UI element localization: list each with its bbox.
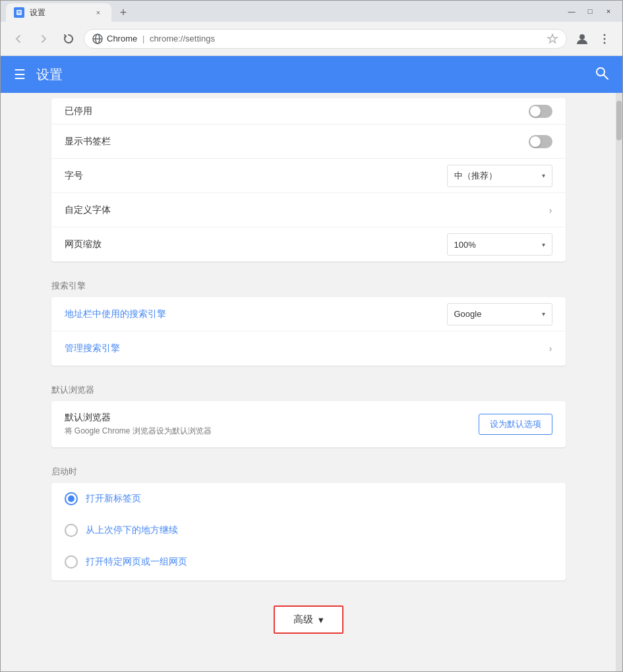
startup-option-3-label: 打开特定网页或一组网页 bbox=[86, 556, 187, 568]
search-engine-card: 地址栏中使用的搜索引擎 Google ▾ 管理搜索引擎 › bbox=[51, 297, 566, 366]
disabled-row: 已停用 bbox=[51, 98, 566, 125]
startup-option-2[interactable]: 从上次停下的地方继续 bbox=[51, 515, 566, 546]
app-header: ☰ 设置 bbox=[1, 56, 622, 93]
dropdown-arrow-icon: ▾ bbox=[542, 241, 545, 248]
zoom-label: 网页缩放 bbox=[65, 238, 447, 250]
toggle-knob bbox=[530, 106, 541, 117]
startup-heading: 启动时 bbox=[51, 453, 566, 483]
address-input[interactable]: Chrome | chrome://settings bbox=[84, 29, 567, 49]
default-browser-card: 默认浏览器 将 Google Chrome 浏览器设为默认浏览器 设为默认选项 bbox=[51, 401, 566, 447]
account-icon[interactable] bbox=[572, 29, 592, 49]
svg-point-10 bbox=[597, 68, 605, 76]
default-browser-info: 默认浏览器 将 Google Chrome 浏览器设为默认浏览器 bbox=[65, 412, 479, 437]
radio-unselected bbox=[65, 524, 78, 537]
content-area: 已停用 显示书签栏 字号 bbox=[1, 93, 622, 671]
new-tab-button[interactable]: + bbox=[114, 3, 133, 22]
svg-point-7 bbox=[604, 34, 606, 36]
bookmarks-toggle[interactable] bbox=[529, 135, 552, 148]
search-engine-label: 地址栏中使用的搜索引擎 bbox=[65, 308, 447, 320]
toggle-knob bbox=[530, 136, 541, 147]
fontsize-label: 字号 bbox=[65, 170, 447, 182]
star-icon[interactable] bbox=[547, 33, 558, 45]
chevron-right-icon: › bbox=[549, 343, 552, 354]
chrome-label: Chrome bbox=[107, 34, 137, 43]
tab-title: 设置 bbox=[30, 7, 88, 18]
minimize-button[interactable]: — bbox=[563, 5, 580, 18]
search-engine-value: Google bbox=[454, 309, 537, 319]
back-button[interactable] bbox=[9, 29, 28, 49]
tab-bar: 设置 × + bbox=[6, 1, 133, 22]
startup-option-3[interactable]: 打开特定网页或一组网页 bbox=[51, 546, 566, 580]
advanced-button[interactable]: 高级 ▾ bbox=[274, 605, 343, 634]
disabled-label: 已停用 bbox=[65, 105, 529, 117]
url-separator: | bbox=[142, 34, 144, 43]
address-url: Chrome | chrome://settings bbox=[107, 34, 543, 43]
svg-point-9 bbox=[604, 42, 606, 43]
default-browser-subtitle: 将 Google Chrome 浏览器设为默认浏览器 bbox=[65, 426, 479, 437]
svg-rect-2 bbox=[18, 13, 20, 13]
search-engine-dropdown[interactable]: Google ▾ bbox=[447, 303, 552, 325]
bookmarks-row: 显示书签栏 bbox=[51, 125, 566, 159]
search-icon[interactable] bbox=[595, 66, 609, 84]
dropdown-arrow-icon: ▾ bbox=[542, 310, 545, 318]
hamburger-icon[interactable]: ☰ bbox=[14, 67, 26, 82]
advanced-label: 高级 bbox=[293, 613, 313, 626]
startup-option-1-label: 打开新标签页 bbox=[86, 493, 141, 505]
default-browser-title: 默认浏览器 bbox=[65, 412, 479, 424]
startup-option-2-label: 从上次停下的地方继续 bbox=[86, 524, 178, 536]
scrollbar[interactable] bbox=[616, 93, 622, 671]
zoom-value: 100% bbox=[454, 240, 537, 250]
chevron-right-icon: › bbox=[549, 205, 552, 215]
active-tab[interactable]: 设置 × bbox=[6, 3, 111, 22]
address-bar: Chrome | chrome://settings bbox=[1, 22, 622, 56]
set-default-button[interactable]: 设为默认选项 bbox=[479, 414, 552, 435]
tab-close-btn[interactable]: × bbox=[93, 7, 104, 18]
search-engine-row: 地址栏中使用的搜索引擎 Google ▾ bbox=[51, 297, 566, 331]
radio-unselected bbox=[65, 555, 78, 569]
manage-search-label: 管理搜索引擎 bbox=[65, 343, 549, 354]
default-browser-heading: 默认浏览器 bbox=[51, 371, 566, 401]
dropdown-arrow-icon: ▾ bbox=[542, 172, 545, 179]
zoom-dropdown[interactable]: 100% ▾ bbox=[447, 233, 552, 256]
fontsize-row: 字号 中（推荐） ▾ bbox=[51, 159, 566, 193]
url-path: chrome://settings bbox=[150, 34, 215, 43]
main-content: 已停用 显示书签栏 字号 bbox=[1, 93, 616, 671]
settings-wrapper: 已停用 显示书签栏 字号 bbox=[38, 98, 579, 647]
custom-font-row[interactable]: 自定义字体 › bbox=[51, 193, 566, 227]
default-browser-row: 默认浏览器 将 Google Chrome 浏览器设为默认浏览器 设为默认选项 bbox=[51, 401, 566, 447]
app-title: 设置 bbox=[36, 66, 595, 84]
maximize-button[interactable]: □ bbox=[581, 5, 599, 18]
window-controls: — □ × bbox=[563, 5, 617, 18]
toolbar-icons bbox=[572, 29, 614, 49]
close-button[interactable]: × bbox=[600, 5, 617, 18]
advanced-arrow-icon: ▾ bbox=[318, 614, 324, 626]
startup-card: 打开新标签页 从上次停下的地方继续 打开特定网页或一组网页 bbox=[51, 483, 566, 580]
reload-button[interactable] bbox=[59, 29, 78, 49]
appearance-card: 已停用 显示书签栏 字号 bbox=[51, 98, 566, 262]
custom-font-label: 自定义字体 bbox=[65, 204, 549, 216]
tab-favicon bbox=[14, 7, 24, 18]
disabled-toggle[interactable] bbox=[529, 105, 552, 118]
svg-point-8 bbox=[604, 38, 606, 40]
bookmarks-label: 显示书签栏 bbox=[65, 136, 529, 148]
scroll-thumb[interactable] bbox=[616, 101, 622, 140]
window-frame: 设置 × + — □ × Chrome bbox=[0, 0, 623, 672]
title-bar: 设置 × + — □ × bbox=[1, 1, 622, 22]
radio-inner bbox=[68, 495, 74, 502]
svg-rect-1 bbox=[18, 11, 20, 12]
site-icon bbox=[92, 34, 103, 44]
fontsize-value: 中（推荐） bbox=[454, 170, 537, 182]
fontsize-dropdown[interactable]: 中（推荐） ▾ bbox=[447, 165, 552, 187]
forward-button[interactable] bbox=[34, 29, 53, 49]
svg-point-6 bbox=[579, 34, 585, 40]
menu-icon[interactable] bbox=[595, 29, 614, 49]
svg-line-11 bbox=[604, 75, 608, 79]
zoom-row: 网页缩放 100% ▾ bbox=[51, 227, 566, 262]
startup-option-1[interactable]: 打开新标签页 bbox=[51, 483, 566, 515]
advanced-button-wrap: 高级 ▾ bbox=[51, 586, 566, 647]
manage-search-row[interactable]: 管理搜索引擎 › bbox=[51, 331, 566, 366]
search-engine-heading: 搜索引擎 bbox=[51, 267, 566, 297]
radio-selected bbox=[65, 492, 78, 505]
